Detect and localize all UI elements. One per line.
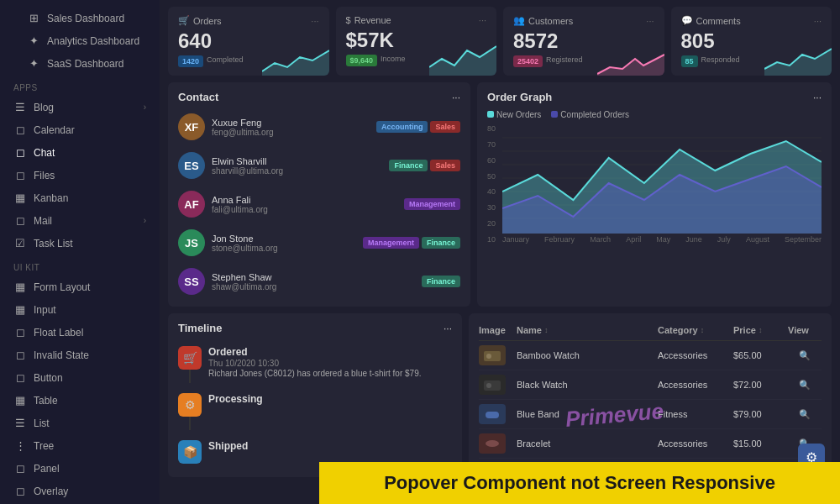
- tag-management-2: Management: [404, 198, 460, 210]
- view-btn-2[interactable]: 🔍: [799, 409, 811, 419]
- avatar-0: XF: [178, 113, 205, 140]
- svg-marker-2: [597, 55, 664, 76]
- chart-svg-wrap: JanuaryFebruaryMarchAprilMayJuneJulyAugu…: [502, 124, 822, 244]
- tag-sales-0: Sales: [430, 121, 460, 133]
- sidebar-item-sales-dashboard[interactable]: ⊞ Sales Dashboard: [0, 7, 160, 29]
- comments-icon: 💬: [681, 15, 693, 26]
- orders-more-btn[interactable]: ···: [311, 16, 318, 26]
- table-row-0: Bamboo Watch Accessories $65.00 🔍: [479, 341, 822, 370]
- contact-item-3: JS Jon Stone stone@ultima.org Management…: [178, 226, 460, 260]
- contact-tags-3: Management Finance: [363, 237, 460, 249]
- stats-row: 🛒 Orders ··· 640 1420 Completed: [160, 0, 840, 82]
- list-icon: ☰: [13, 417, 27, 429]
- ordered-icon: 🛒: [178, 346, 202, 370]
- products-panel: Image Name↕ Category↕ Price↕ View Bamboo…: [469, 313, 832, 477]
- svg-marker-0: [262, 50, 329, 76]
- timeline-more-btn[interactable]: ···: [444, 323, 452, 334]
- view-btn-1[interactable]: 🔍: [799, 380, 811, 390]
- sidebar-item-chat[interactable]: ◻ Chat: [0, 141, 160, 164]
- contact-tags-0: Accounting Sales: [376, 121, 460, 133]
- avatar-3: JS: [178, 229, 205, 256]
- blog-icon: ☰: [13, 101, 27, 113]
- contact-item-0: XF Xuxue Feng feng@ultima.org Accounting…: [178, 110, 460, 144]
- contact-tags-2: Management: [404, 198, 460, 210]
- comments-badge1: 85: [681, 55, 698, 67]
- product-price-2: $79.00: [733, 409, 788, 419]
- orders-icon: 🛒: [178, 15, 190, 26]
- revenue-label: Revenue: [354, 15, 479, 25]
- sidebar-item-panel[interactable]: ◻ Panel: [0, 457, 160, 480]
- product-price-1: $72.00: [733, 380, 788, 390]
- task-icon: ☑: [13, 237, 27, 249]
- sidebar-item-saas-dashboard[interactable]: ✦ SaaS Dashboard: [0, 52, 160, 75]
- col-header-category: Category↕: [658, 325, 733, 335]
- float-icon: ◻: [13, 326, 27, 339]
- sidebar-item-list[interactable]: ☰ List: [0, 412, 160, 434]
- product-thumb-3: [479, 433, 506, 454]
- product-name-1: Black Watch: [517, 380, 658, 390]
- ordered-title: Ordered: [208, 346, 452, 358]
- sidebar-item-input[interactable]: ▦ Input: [0, 298, 160, 321]
- overlay-banner: Popover Component not Screen Responsive: [319, 462, 840, 504]
- sidebar-item-files[interactable]: ◻ Files: [0, 164, 160, 186]
- connector-1: [189, 417, 191, 430]
- revenue-more-btn[interactable]: ···: [479, 15, 486, 25]
- orders-badge1-label: Completed: [207, 55, 244, 67]
- cat-sort-icon[interactable]: ↕: [701, 326, 705, 334]
- view-btn-0[interactable]: 🔍: [799, 350, 811, 360]
- tag-finance-3: Finance: [422, 237, 460, 249]
- sidebar-item-overlay[interactable]: ◻ Overlay: [0, 480, 160, 502]
- sidebar-item-table[interactable]: ▦ Table: [0, 389, 160, 412]
- contact-title: Contact: [178, 91, 218, 103]
- svg-point-16: [486, 383, 491, 388]
- order-graph-more-btn[interactable]: ···: [813, 92, 822, 103]
- sidebar-item-button[interactable]: ◻ Button: [0, 366, 160, 389]
- timeline-panel: Timeline ··· 🛒 Ordered Thu 10/2020 10:30: [168, 313, 462, 477]
- middle-section: Contact ··· XF Xuxue Feng feng@ultima.or…: [160, 82, 840, 307]
- product-category-0: Accessories: [658, 350, 733, 360]
- table-row-1: Black Watch Accessories $72.00 🔍: [479, 370, 822, 400]
- orders-badge1: 1420: [178, 55, 203, 67]
- price-sort-icon[interactable]: ↕: [759, 326, 763, 334]
- contact-tags-1: Finance Sales: [389, 160, 460, 171]
- processing-title: Processing: [208, 393, 452, 405]
- connector-0: [189, 370, 191, 383]
- contact-name-3: Jon Stone: [212, 234, 356, 244]
- sidebar-item-tree[interactable]: ⋮ Tree: [0, 434, 160, 457]
- comments-label: Comments: [696, 16, 814, 26]
- stat-card-orders: 🛒 Orders ··· 640 1420 Completed: [168, 7, 329, 76]
- table-icon: ▦: [13, 394, 27, 407]
- revenue-badge1: $9,640: [346, 55, 378, 66]
- sidebar-item-calendar[interactable]: ◻ Calendar: [0, 118, 160, 141]
- comments-chart: [764, 42, 832, 76]
- panel-icon: ◻: [13, 462, 27, 475]
- sidebar-item-analytics-dashboard[interactable]: ✦ Analytics Dashboard: [0, 29, 160, 52]
- col-header-image: Image: [479, 325, 517, 335]
- sidebar-item-blog[interactable]: ☰ Blog ›: [0, 96, 160, 118]
- stat-card-customers: 👥 Customers ··· 8572 25402 Registered: [503, 7, 664, 76]
- tag-management-3: Management: [363, 237, 419, 249]
- contact-more-btn[interactable]: ···: [452, 92, 460, 103]
- sidebar-item-kanban[interactable]: ▦ Kanban: [0, 186, 160, 209]
- contact-list: XF Xuxue Feng feng@ultima.org Accounting…: [178, 110, 460, 298]
- customers-badge1: 25402: [513, 55, 543, 67]
- x-axis: JanuaryFebruaryMarchAprilMayJuneJulyAugu…: [502, 235, 822, 244]
- svg-marker-1: [429, 46, 496, 76]
- comments-more-btn[interactable]: ···: [814, 16, 822, 26]
- sidebar-item-form-layout[interactable]: ▦ Form Layout: [0, 276, 160, 298]
- sidebar-item-tasklist[interactable]: ☑ Task List: [0, 232, 160, 255]
- tag-finance-1: Finance: [389, 160, 428, 171]
- contact-name-2: Anna Fali: [212, 195, 397, 205]
- sidebar-item-float-label[interactable]: ◻ Float Label: [0, 321, 160, 344]
- products-table-header: Image Name↕ Category↕ Price↕ View: [479, 322, 822, 341]
- sidebar-item-mail[interactable]: ◻ Mail ›: [0, 209, 160, 232]
- contact-name-4: Stephen Shaw: [212, 272, 415, 282]
- product-name-3: Bracelet: [517, 438, 658, 449]
- sidebar: ⊞ Sales Dashboard ✦ Analytics Dashboard …: [0, 0, 160, 504]
- customers-more-btn[interactable]: ···: [646, 16, 654, 26]
- name-sort-icon[interactable]: ↕: [544, 326, 549, 334]
- invalid-icon: ◻: [13, 349, 27, 361]
- contact-name-0: Xuxue Feng: [212, 118, 370, 128]
- sidebar-item-invalid-state[interactable]: ◻ Invalid State: [0, 344, 160, 366]
- tag-finance-4: Finance: [422, 276, 460, 287]
